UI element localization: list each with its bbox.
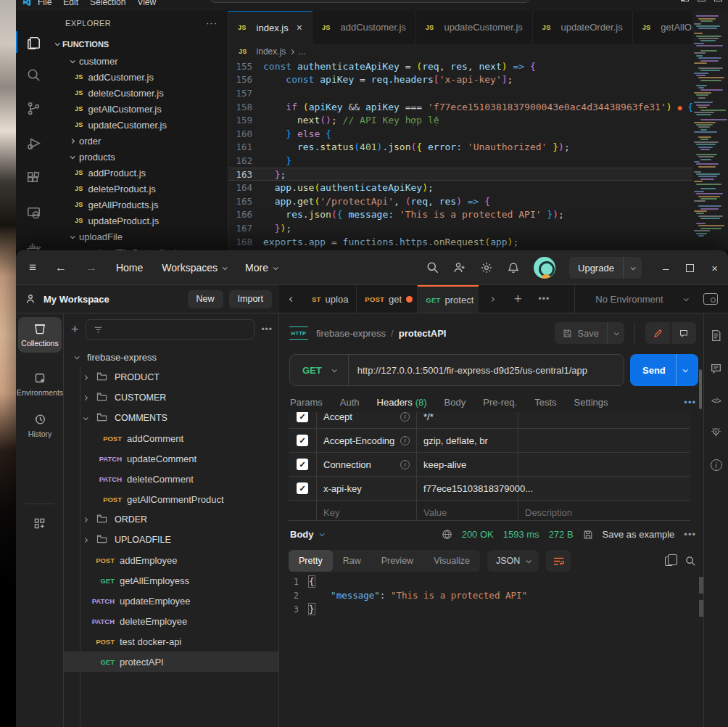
sidebar-request-updateComment[interactable]: PATCHupdateComment — [64, 448, 278, 469]
sidebar-folder-UPLOADFILE[interactable]: UPLOADFILE — [64, 530, 278, 550]
search-icon[interactable] — [16, 62, 51, 88]
breadcrumb[interactable]: JS index.js ... — [228, 44, 728, 59]
back-arrow-icon[interactable]: ← — [55, 261, 67, 274]
avatar[interactable] — [534, 257, 555, 279]
sidebar-filter-input[interactable] — [86, 319, 255, 340]
header-desc-cell[interactable] — [518, 412, 690, 428]
save-options-chevron[interactable] — [607, 322, 624, 344]
header-value-cell[interactable]: Value — [417, 501, 518, 521]
response-format-dropdown[interactable]: JSON — [487, 550, 539, 572]
header-value-cell[interactable]: keep-alive — [417, 453, 518, 476]
minimize-button[interactable]: – — [663, 262, 669, 274]
response-body-dropdown[interactable]: Body — [290, 529, 314, 540]
tab-settings[interactable]: Settings — [574, 397, 608, 412]
import-button[interactable]: Import — [229, 290, 272, 308]
extensions-icon[interactable] — [16, 165, 51, 191]
explorer-item-order[interactable]: order — [51, 133, 228, 149]
code-line-162[interactable]: 162 } — [228, 154, 692, 168]
wrap-lines-icon[interactable] — [546, 550, 571, 572]
header-key-cell[interactable]: Connectioni — [317, 453, 417, 476]
add-collection-icon[interactable]: + — [71, 322, 79, 337]
method-selector[interactable]: GET — [290, 365, 332, 376]
save-button[interactable]: Save — [555, 322, 624, 344]
explorer-section-functions[interactable]: FUNCTIONS — [55, 37, 228, 51]
toggle-panel-icon[interactable] — [681, 0, 689, 1]
rail-history[interactable]: History — [18, 408, 62, 443]
forward-arrow-icon[interactable]: → — [86, 261, 97, 274]
sidebar-request-addComment[interactable]: POSTaddComment — [64, 428, 278, 448]
breadcrumb-rest[interactable]: ... — [298, 46, 305, 57]
info-icon[interactable]: i — [711, 459, 722, 471]
code-line-165[interactable]: 165 app.get('/protectApi', (req, res) =>… — [228, 194, 692, 208]
request-tab-get[interactable]: POSTget — [357, 285, 418, 313]
explorer-item-products[interactable]: products — [51, 149, 228, 165]
upgrade-button[interactable]: Upgrade — [569, 257, 642, 279]
response-time[interactable]: 1593 ms — [503, 529, 539, 540]
sidebar-request-getAllCommentProduct[interactable]: POSTgetAllCommentProduct — [64, 489, 278, 509]
search-response-icon[interactable] — [685, 556, 696, 567]
tab-body[interactable]: Body — [444, 397, 466, 412]
code-line-159[interactable]: 159 next(); // API Key hợp lệ — [228, 113, 692, 127]
close-button[interactable]: × — [711, 262, 718, 274]
explorer-item-updateCustomer.js[interactable]: JSupdateCustomer.js — [51, 117, 228, 133]
code-line-164[interactable]: 164 app.use(authenticateApiKey); — [228, 181, 692, 194]
section-tabs-more-icon[interactable]: ••• — [684, 397, 696, 408]
explorer-item-deleteProduct.js[interactable]: JSdeleteProduct.js — [51, 181, 228, 197]
vscode-command-search[interactable]: functions — [210, 0, 529, 3]
upgrade-chevron[interactable] — [623, 257, 642, 279]
explorer-item-deleteCustomer.js[interactable]: JSdeleteCustomer.js — [51, 85, 228, 101]
code-line-167[interactable]: 167 }); — [228, 221, 692, 235]
view-visualize[interactable]: Visualize — [423, 550, 480, 572]
header-desc-cell[interactable] — [518, 429, 690, 452]
close-tab-icon[interactable]: × — [297, 22, 302, 33]
sidebar-request-getAllEmployess[interactable]: GETgetAllEmployess — [64, 570, 278, 591]
copy-icon[interactable] — [665, 556, 673, 566]
new-button[interactable]: New — [188, 290, 223, 308]
checkbox-checked[interactable]: ✓ — [297, 412, 308, 422]
tab-prereq[interactable]: Pre-req. — [483, 397, 517, 412]
pm-lightbulb-icon[interactable] — [710, 426, 722, 438]
source-control-icon[interactable] — [16, 95, 51, 121]
explorer-item-getAllCustomer.js[interactable]: JSgetAllCustomer.js — [51, 101, 228, 117]
sidebar-folder-ORDER[interactable]: ORDER — [64, 509, 278, 530]
header-key-cell[interactable]: x-api-key — [317, 477, 417, 500]
maximize-button[interactable] — [686, 264, 694, 272]
code-line-157[interactable]: 157 — [228, 86, 692, 100]
header-desc-cell[interactable] — [518, 453, 690, 476]
tab-params[interactable]: Params — [290, 397, 323, 412]
view-preview[interactable]: Preview — [371, 550, 423, 572]
remote-explorer-icon[interactable] — [16, 200, 51, 226]
breadcrumb-file[interactable]: index.js — [257, 46, 286, 57]
chevron-down-icon[interactable] — [331, 367, 336, 372]
sidebar-request-deleteEmployee[interactable]: PATCHdeleteEmployee — [64, 611, 278, 631]
documentation-icon[interactable] — [710, 329, 722, 342]
code-line-160[interactable]: 160 } else { — [228, 127, 692, 141]
explorer-icon[interactable] — [16, 29, 51, 55]
minimap[interactable] — [692, 11, 728, 250]
settings-gear-icon[interactable] — [480, 261, 493, 274]
editor-tab-updateCustomer.js[interactable]: JSupdateCustomer.js — [416, 11, 533, 44]
sidebar-folder-COMMENTS[interactable]: COMMENTS — [64, 408, 278, 428]
vscode-layout-controls[interactable] — [681, 0, 722, 1]
header-desc-cell[interactable]: Description — [518, 501, 690, 521]
menu-view[interactable]: View — [137, 0, 156, 7]
editor-tab-updateOrder.js[interactable]: JSupdateOrder.js — [533, 11, 633, 44]
send-options-chevron[interactable] — [676, 354, 693, 386]
hamburger-menu-icon[interactable]: ≡ — [29, 260, 36, 275]
header-key-cell[interactable]: Accept-Encodingi — [317, 429, 417, 452]
editor-tab-addCustomer.js[interactable]: JSaddCustomer.js — [313, 11, 416, 44]
request-tab-uploa[interactable]: STuploa — [304, 285, 357, 313]
header-value-cell[interactable]: gzip, deflate, br — [417, 429, 518, 452]
response-body[interactable]: 1{2 "message": "This is a protected API"… — [289, 575, 693, 633]
explorer-item-customer[interactable]: customer — [51, 53, 228, 69]
sidebar-request-addEmployee[interactable]: POSTaddEmployee — [64, 550, 278, 570]
environment-quick-look-icon[interactable] — [703, 293, 718, 305]
code-line-166[interactable]: 166 res.json({ message: 'This is a prote… — [228, 208, 692, 222]
header-value-cell[interactable]: */* — [417, 412, 518, 428]
header-value-cell[interactable]: f77ece15103818379000... — [417, 477, 518, 500]
sidebar-request-test docker-api[interactable]: POSTtest docker-api — [64, 631, 278, 652]
save-as-example-button[interactable]: Save as example — [603, 529, 675, 540]
sidebar-request-deleteComment[interactable]: PATCHdeleteComment — [64, 469, 278, 489]
network-globe-icon[interactable] — [442, 529, 452, 540]
comment-icon[interactable] — [671, 322, 696, 344]
